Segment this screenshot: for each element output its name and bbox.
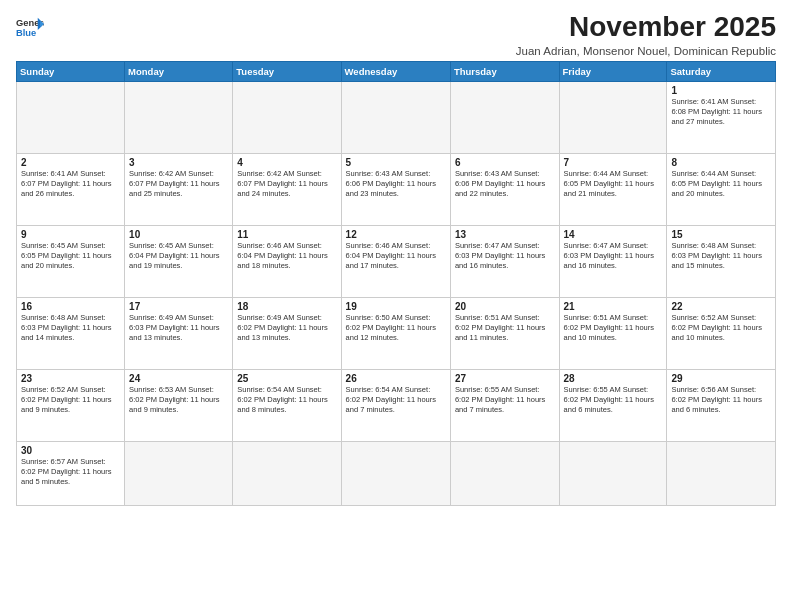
title-section: November 2025 Juan Adrian, Monsenor Noue…: [516, 12, 776, 57]
svg-text:Blue: Blue: [16, 28, 36, 38]
calendar-table: Sunday Monday Tuesday Wednesday Thursday…: [16, 61, 776, 506]
calendar-cell: 18Sunrise: 6:49 AM Sunset: 6:02 PM Dayli…: [233, 297, 341, 369]
day-number: 9: [21, 229, 120, 240]
day-info: Sunrise: 6:42 AM Sunset: 6:07 PM Dayligh…: [237, 169, 336, 199]
day-info: Sunrise: 6:47 AM Sunset: 6:03 PM Dayligh…: [564, 241, 663, 271]
day-number: 30: [21, 445, 120, 456]
calendar-cell: 13Sunrise: 6:47 AM Sunset: 6:03 PM Dayli…: [450, 225, 559, 297]
calendar-cell: 8Sunrise: 6:44 AM Sunset: 6:05 PM Daylig…: [667, 153, 776, 225]
calendar-cell: 9Sunrise: 6:45 AM Sunset: 6:05 PM Daylig…: [17, 225, 125, 297]
calendar-cell: 19Sunrise: 6:50 AM Sunset: 6:02 PM Dayli…: [341, 297, 450, 369]
calendar-cell: [125, 441, 233, 505]
day-info: Sunrise: 6:47 AM Sunset: 6:03 PM Dayligh…: [455, 241, 555, 271]
day-info: Sunrise: 6:48 AM Sunset: 6:03 PM Dayligh…: [21, 313, 120, 343]
calendar-cell: [667, 441, 776, 505]
day-number: 6: [455, 157, 555, 168]
page: General Blue November 2025 Juan Adrian, …: [0, 0, 792, 612]
day-info: Sunrise: 6:56 AM Sunset: 6:02 PM Dayligh…: [671, 385, 771, 415]
calendar-cell: [233, 81, 341, 153]
day-number: 3: [129, 157, 228, 168]
day-number: 12: [346, 229, 446, 240]
header-friday: Friday: [559, 61, 667, 81]
day-info: Sunrise: 6:45 AM Sunset: 6:04 PM Dayligh…: [129, 241, 228, 271]
calendar-cell: 3Sunrise: 6:42 AM Sunset: 6:07 PM Daylig…: [125, 153, 233, 225]
day-number: 18: [237, 301, 336, 312]
calendar-cell: 28Sunrise: 6:55 AM Sunset: 6:02 PM Dayli…: [559, 369, 667, 441]
day-info: Sunrise: 6:44 AM Sunset: 6:05 PM Dayligh…: [671, 169, 771, 199]
header: General Blue November 2025 Juan Adrian, …: [16, 12, 776, 57]
day-info: Sunrise: 6:46 AM Sunset: 6:04 PM Dayligh…: [346, 241, 446, 271]
day-info: Sunrise: 6:44 AM Sunset: 6:05 PM Dayligh…: [564, 169, 663, 199]
day-number: 4: [237, 157, 336, 168]
day-number: 8: [671, 157, 771, 168]
day-number: 21: [564, 301, 663, 312]
day-number: 27: [455, 373, 555, 384]
calendar-cell: 12Sunrise: 6:46 AM Sunset: 6:04 PM Dayli…: [341, 225, 450, 297]
day-info: Sunrise: 6:42 AM Sunset: 6:07 PM Dayligh…: [129, 169, 228, 199]
calendar-cell: [559, 81, 667, 153]
day-info: Sunrise: 6:50 AM Sunset: 6:02 PM Dayligh…: [346, 313, 446, 343]
subtitle: Juan Adrian, Monsenor Nouel, Dominican R…: [516, 45, 776, 57]
day-info: Sunrise: 6:57 AM Sunset: 6:02 PM Dayligh…: [21, 457, 120, 487]
day-info: Sunrise: 6:45 AM Sunset: 6:05 PM Dayligh…: [21, 241, 120, 271]
day-number: 14: [564, 229, 663, 240]
calendar-cell: [559, 441, 667, 505]
day-number: 7: [564, 157, 663, 168]
day-number: 11: [237, 229, 336, 240]
calendar-cell: 1Sunrise: 6:41 AM Sunset: 6:08 PM Daylig…: [667, 81, 776, 153]
header-wednesday: Wednesday: [341, 61, 450, 81]
calendar-cell: 29Sunrise: 6:56 AM Sunset: 6:02 PM Dayli…: [667, 369, 776, 441]
calendar-cell: 7Sunrise: 6:44 AM Sunset: 6:05 PM Daylig…: [559, 153, 667, 225]
calendar-cell: 10Sunrise: 6:45 AM Sunset: 6:04 PM Dayli…: [125, 225, 233, 297]
day-number: 16: [21, 301, 120, 312]
header-saturday: Saturday: [667, 61, 776, 81]
day-number: 5: [346, 157, 446, 168]
calendar-cell: 20Sunrise: 6:51 AM Sunset: 6:02 PM Dayli…: [450, 297, 559, 369]
day-info: Sunrise: 6:46 AM Sunset: 6:04 PM Dayligh…: [237, 241, 336, 271]
day-number: 22: [671, 301, 771, 312]
day-info: Sunrise: 6:41 AM Sunset: 6:08 PM Dayligh…: [671, 97, 771, 127]
header-tuesday: Tuesday: [233, 61, 341, 81]
day-info: Sunrise: 6:41 AM Sunset: 6:07 PM Dayligh…: [21, 169, 120, 199]
day-number: 15: [671, 229, 771, 240]
calendar-cell: [341, 441, 450, 505]
day-number: 20: [455, 301, 555, 312]
calendar-cell: [450, 441, 559, 505]
logo: General Blue: [16, 16, 44, 38]
calendar-cell: [125, 81, 233, 153]
day-info: Sunrise: 6:55 AM Sunset: 6:02 PM Dayligh…: [564, 385, 663, 415]
day-number: 25: [237, 373, 336, 384]
calendar-cell: 30Sunrise: 6:57 AM Sunset: 6:02 PM Dayli…: [17, 441, 125, 505]
day-number: 10: [129, 229, 228, 240]
calendar-cell: 11Sunrise: 6:46 AM Sunset: 6:04 PM Dayli…: [233, 225, 341, 297]
calendar-cell: 5Sunrise: 6:43 AM Sunset: 6:06 PM Daylig…: [341, 153, 450, 225]
calendar-cell: 17Sunrise: 6:49 AM Sunset: 6:03 PM Dayli…: [125, 297, 233, 369]
header-sunday: Sunday: [17, 61, 125, 81]
calendar-cell: [233, 441, 341, 505]
calendar-cell: 24Sunrise: 6:53 AM Sunset: 6:02 PM Dayli…: [125, 369, 233, 441]
day-info: Sunrise: 6:48 AM Sunset: 6:03 PM Dayligh…: [671, 241, 771, 271]
calendar-cell: 21Sunrise: 6:51 AM Sunset: 6:02 PM Dayli…: [559, 297, 667, 369]
calendar-cell: 16Sunrise: 6:48 AM Sunset: 6:03 PM Dayli…: [17, 297, 125, 369]
calendar-header-row: Sunday Monday Tuesday Wednesday Thursday…: [17, 61, 776, 81]
day-info: Sunrise: 6:53 AM Sunset: 6:02 PM Dayligh…: [129, 385, 228, 415]
day-number: 28: [564, 373, 663, 384]
day-info: Sunrise: 6:43 AM Sunset: 6:06 PM Dayligh…: [455, 169, 555, 199]
day-info: Sunrise: 6:43 AM Sunset: 6:06 PM Dayligh…: [346, 169, 446, 199]
day-number: 26: [346, 373, 446, 384]
calendar-cell: 2Sunrise: 6:41 AM Sunset: 6:07 PM Daylig…: [17, 153, 125, 225]
day-info: Sunrise: 6:52 AM Sunset: 6:02 PM Dayligh…: [21, 385, 120, 415]
calendar-cell: 27Sunrise: 6:55 AM Sunset: 6:02 PM Dayli…: [450, 369, 559, 441]
calendar-cell: [341, 81, 450, 153]
calendar-cell: 25Sunrise: 6:54 AM Sunset: 6:02 PM Dayli…: [233, 369, 341, 441]
month-title: November 2025: [516, 12, 776, 43]
calendar-cell: 23Sunrise: 6:52 AM Sunset: 6:02 PM Dayli…: [17, 369, 125, 441]
calendar-cell: 26Sunrise: 6:54 AM Sunset: 6:02 PM Dayli…: [341, 369, 450, 441]
day-number: 29: [671, 373, 771, 384]
day-info: Sunrise: 6:52 AM Sunset: 6:02 PM Dayligh…: [671, 313, 771, 343]
day-info: Sunrise: 6:55 AM Sunset: 6:02 PM Dayligh…: [455, 385, 555, 415]
day-info: Sunrise: 6:54 AM Sunset: 6:02 PM Dayligh…: [237, 385, 336, 415]
calendar-cell: [17, 81, 125, 153]
day-info: Sunrise: 6:49 AM Sunset: 6:02 PM Dayligh…: [237, 313, 336, 343]
calendar-cell: 4Sunrise: 6:42 AM Sunset: 6:07 PM Daylig…: [233, 153, 341, 225]
